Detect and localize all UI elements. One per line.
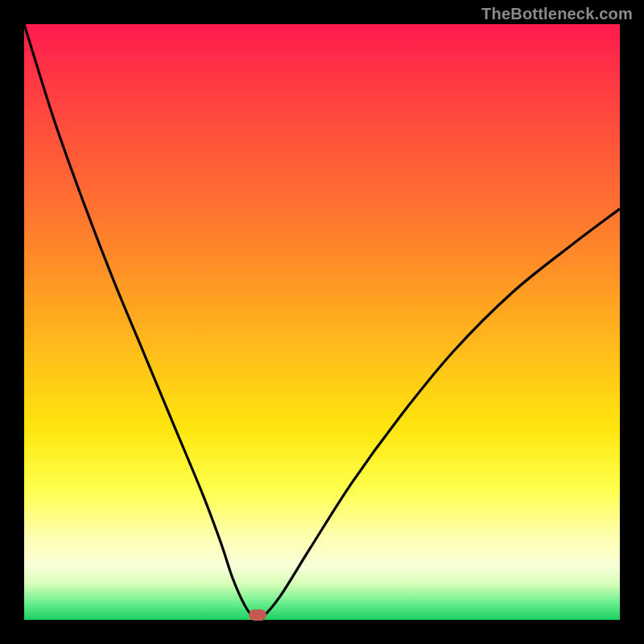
watermark-text: TheBottleneck.com	[481, 5, 633, 23]
plot-area	[24, 24, 620, 620]
chart-frame: TheBottleneck.com	[0, 0, 644, 644]
curve-path	[24, 24, 620, 619]
optimal-point-marker	[249, 609, 266, 621]
bottleneck-curve	[24, 24, 620, 620]
